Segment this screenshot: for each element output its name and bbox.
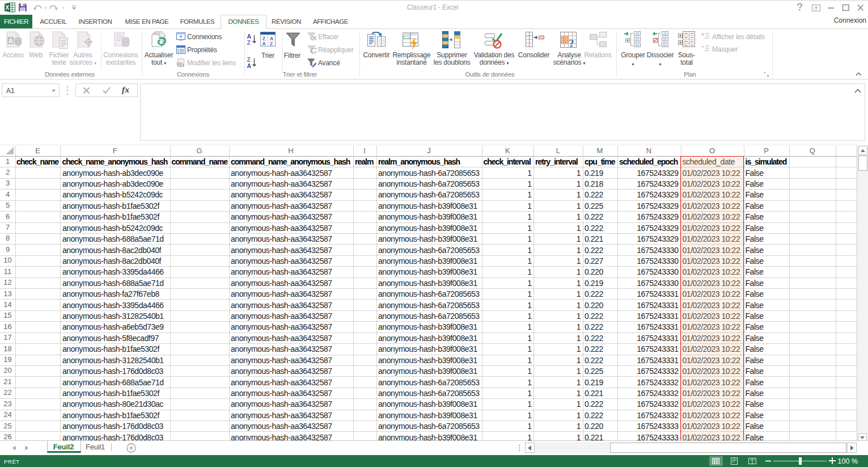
svg-text:A: A — [247, 62, 252, 69]
svg-text:?: ? — [569, 37, 574, 49]
svg-text:A: A — [9, 37, 13, 44]
svg-text:X: X — [5, 5, 9, 11]
svg-text:A: A — [270, 36, 273, 41]
svg-text:A: A — [262, 41, 266, 47]
svg-text:Z: Z — [262, 35, 266, 41]
svg-text:Z: Z — [270, 41, 273, 47]
svg-text:Z: Z — [247, 39, 251, 45]
